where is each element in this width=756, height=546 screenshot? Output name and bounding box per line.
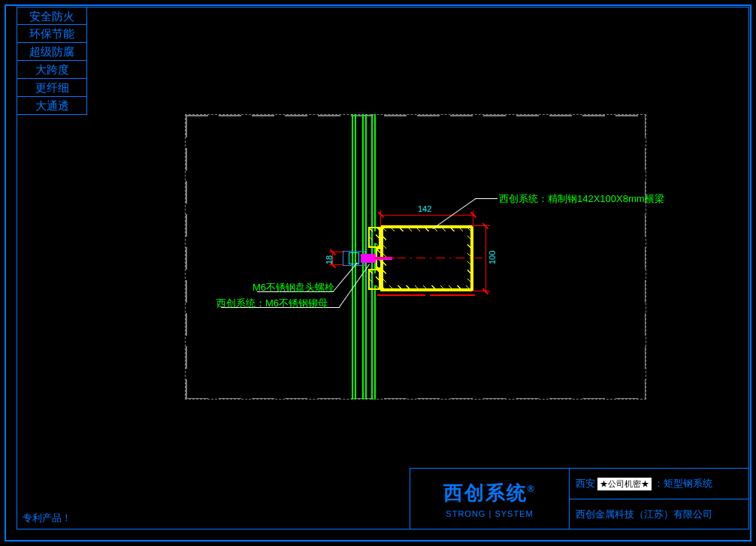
annotation-nut: 西创系统：M6不锈钢铆母 <box>216 297 328 310</box>
leader-line <box>475 198 497 199</box>
dim-100-line <box>485 225 486 291</box>
dim-18-text: 18 <box>325 255 334 264</box>
dim-142-text: 142 <box>418 204 431 213</box>
dim-tick <box>482 223 488 229</box>
dim-142-line <box>380 215 473 216</box>
title-project-cell: 西安 ★公司机密★ ：矩型钢系统 <box>569 468 749 499</box>
base-line <box>430 294 475 296</box>
dim-100-text: 100 <box>488 251 497 264</box>
side-label: 环保节能 <box>17 25 87 43</box>
secret-badge: ★公司机密★ <box>597 478 652 490</box>
bracket-section <box>368 269 380 290</box>
title-company-cell: 西创金属科技（江苏）有限公司 <box>569 499 749 529</box>
annotation-bolt: M6不锈钢盘头螺栓 <box>253 281 334 294</box>
drawing-viewport: 142 100 18 西创系统：精制钢142X100X8mm横梁 M6不锈钢盘头… <box>185 114 646 400</box>
logo-main-text: 西创系统® <box>443 480 536 506</box>
patent-label: 专利产品！ <box>23 511 71 525</box>
dim-tick <box>470 212 476 218</box>
dim-tick <box>482 288 488 294</box>
side-label: 安全防火 <box>17 7 87 25</box>
title-block: 西创系统® STRONG | SYSTEM 西安 ★公司机密★ ：矩型钢系统 西… <box>410 468 749 529</box>
logo-sub-text: STRONG | SYSTEM <box>446 509 533 518</box>
steel-beam-section <box>380 225 473 291</box>
dim-tick <box>378 212 384 218</box>
annotation-beam: 西创系统：精制钢142X100X8mm横梁 <box>499 192 664 206</box>
beam-centerline <box>377 258 482 258</box>
side-label: 大跨度 <box>17 61 87 79</box>
bracket-section <box>368 227 380 248</box>
side-label: 大通透 <box>17 97 87 115</box>
title-logo: 西创系统® STRONG | SYSTEM <box>410 468 569 529</box>
base-line <box>377 294 425 296</box>
side-label: 更纤细 <box>17 79 87 97</box>
side-label: 超级防腐 <box>17 43 87 61</box>
bolt-head <box>361 254 376 263</box>
side-label-stack: 安全防火 环保节能 超级防腐 大跨度 更纤细 大通透 <box>17 7 87 115</box>
